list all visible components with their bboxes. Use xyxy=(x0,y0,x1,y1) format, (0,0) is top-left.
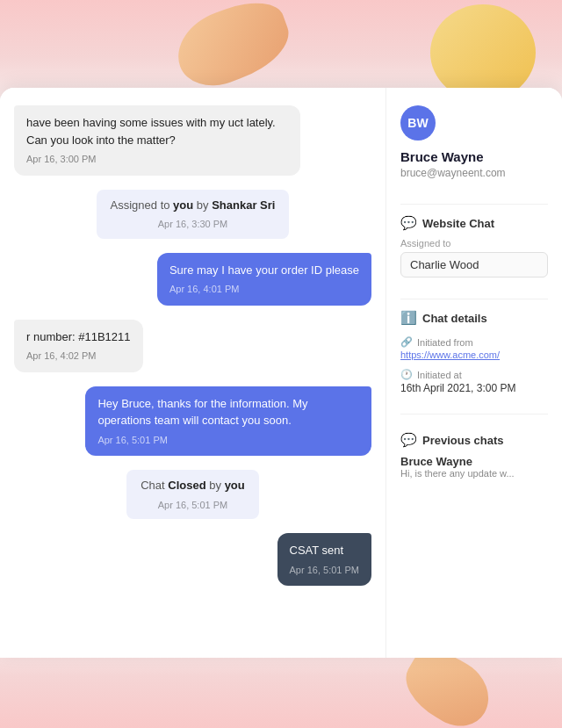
previous-chats-label: Previous chats xyxy=(422,434,504,447)
assigned-to-label: Assigned to xyxy=(400,238,548,249)
initiated-from-label: Initiated from xyxy=(417,337,473,348)
message-2-text: Assigned to you by Shankar Sri xyxy=(111,198,276,212)
message-3-text: Sure may I have your order ID please xyxy=(169,263,359,277)
initiated-at-value: 16th April 2021, 3:00 PM xyxy=(400,382,548,394)
initiated-at-label: Initiated at xyxy=(417,370,462,380)
chat-details-label: Chat details xyxy=(422,312,487,325)
message-5: Hey Bruce, thanks for the information. M… xyxy=(85,386,371,457)
prev-chat-name: Bruce Wayne xyxy=(400,455,548,468)
initiated-from-row: 🔗 Initiated from https://www.acme.com/ xyxy=(400,336,548,360)
blob-top-right xyxy=(430,4,536,101)
divider-1 xyxy=(400,204,548,205)
previous-chats-section: 💬 Previous chats xyxy=(400,432,548,448)
message-4: r number: #11B1211 Apr 16, 4:02 PM xyxy=(14,320,143,372)
message-6-text: Chat Closed by you xyxy=(140,479,245,492)
message-7: CSAT sent Apr 16, 5:01 PM xyxy=(277,533,372,586)
message-1-text: have been having some issues with my uct… xyxy=(26,116,276,147)
chat-details-section: ℹ️ Chat details xyxy=(400,310,548,326)
right-panel: BW Bruce Wayne bruce@wayneent.com 💬 Webs… xyxy=(386,88,562,658)
chat-details-icon: ℹ️ xyxy=(400,310,417,326)
message-2: Assigned to you by Shankar Sri Apr 16, 3… xyxy=(97,190,290,239)
chat-details-content: 🔗 Initiated from https://www.acme.com/ 🕐… xyxy=(400,336,548,403)
contact-email: bruce@wayneent.com xyxy=(400,167,548,179)
link-icon: 🔗 xyxy=(400,336,413,348)
message-6-time: Apr 16, 5:01 PM xyxy=(140,498,245,513)
website-chat-label: Website Chat xyxy=(422,217,494,230)
message-1-time: Apr 16, 3:00 PM xyxy=(26,152,288,167)
message-3-time: Apr 16, 4:01 PM xyxy=(169,282,359,297)
message-3: Sure may I have your order ID please Apr… xyxy=(157,253,371,306)
main-container: have been having some issues with my uct… xyxy=(0,88,562,658)
message-4-text: r number: #11B1211 xyxy=(26,330,131,343)
message-5-time: Apr 16, 5:01 PM xyxy=(97,433,359,448)
prev-chats-icon: 💬 xyxy=(400,432,417,448)
message-4-time: Apr 16, 4:02 PM xyxy=(26,349,131,364)
message-2-time: Apr 16, 3:30 PM xyxy=(111,217,276,232)
prev-chat-item[interactable]: Bruce Wayne Hi, is there any update w... xyxy=(400,455,548,479)
divider-3 xyxy=(400,414,548,414)
contact-avatar: BW xyxy=(400,105,436,141)
divider-2 xyxy=(400,299,548,299)
clock-icon: 🕐 xyxy=(400,369,413,380)
initiated-from-value[interactable]: https://www.acme.com/ xyxy=(400,350,548,360)
message-1: have been having some issues with my uct… xyxy=(14,105,300,176)
prev-chat-preview: Hi, is there any update w... xyxy=(400,468,548,479)
contact-name: Bruce Wayne xyxy=(400,149,548,164)
message-6: Chat Closed by you Apr 16, 5:01 PM xyxy=(126,470,259,519)
message-7-text: CSAT sent xyxy=(290,544,344,557)
website-chat-section: 💬 Website Chat xyxy=(400,215,548,231)
website-chat-icon: 💬 xyxy=(400,215,417,231)
assigned-to-value[interactable]: Charlie Wood xyxy=(400,252,548,278)
message-7-time: Apr 16, 5:01 PM xyxy=(290,563,360,578)
chat-panel: have been having some issues with my uct… xyxy=(0,88,386,658)
message-5-text: Hey Bruce, thanks for the information. M… xyxy=(97,397,307,428)
initiated-at-row: 🕐 Initiated at 16th April 2021, 3:00 PM xyxy=(400,369,548,394)
